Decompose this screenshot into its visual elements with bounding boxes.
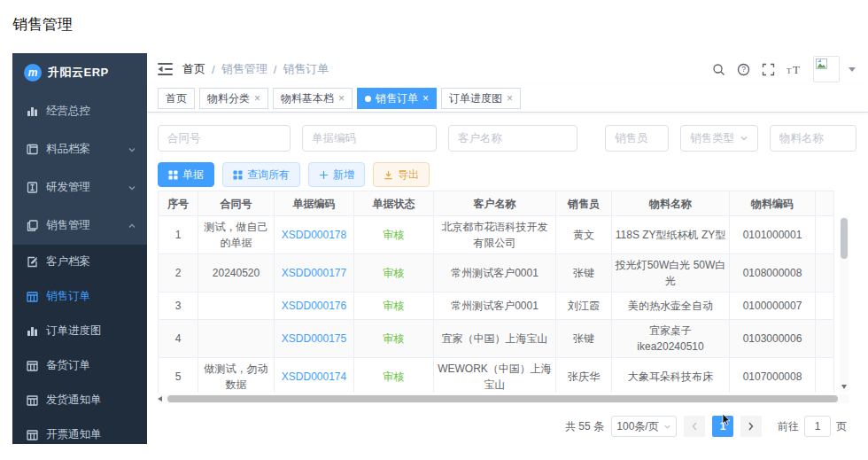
column-header[interactable]: 销售员 <box>556 191 612 216</box>
sidebar-item-label: 销售管理 <box>46 218 90 233</box>
next-page-button[interactable] <box>740 416 762 437</box>
sidebar-collapse-icon[interactable] <box>158 63 173 75</box>
close-icon[interactable]: × <box>422 93 429 104</box>
download-icon <box>384 170 393 180</box>
cell-contract: 测试，做自己的单据 <box>198 216 275 254</box>
sidebar-item-business-overview[interactable]: 经营总控 <box>12 92 147 130</box>
question-icon: ? <box>737 63 750 76</box>
column-header[interactable]: 物料编码 <box>730 191 816 216</box>
fullscreen-button[interactable] <box>762 63 775 76</box>
sales-type-select[interactable]: 销售类型 <box>680 125 758 152</box>
column-header[interactable]: 单据编码 <box>275 191 354 216</box>
tab-order-progress[interactable]: 订单进度图 × <box>441 88 521 109</box>
caret-down-icon[interactable] <box>849 67 856 72</box>
cell-contract: 做测试，勿动数据 <box>198 358 275 394</box>
sidebar-item-label: 备货订单 <box>46 358 90 373</box>
question-button[interactable]: ? <box>737 63 750 76</box>
tab-home[interactable]: 首页 <box>158 88 195 109</box>
scroll-down-arrow-icon[interactable] <box>841 385 847 389</box>
sidebar-item-label: 销售订单 <box>46 289 90 304</box>
query-all-button[interactable]: 查询所有 <box>222 162 300 187</box>
plus-icon <box>319 170 329 180</box>
current-page-button[interactable]: 1 <box>712 416 733 437</box>
table-header-row: 序号合同号单据编码单据状态客户名称销售员物料名称物料编码 <box>159 191 834 216</box>
documents-button[interactable]: 单据 <box>158 162 214 187</box>
table-row[interactable]: 1 测试，做自己的单据 XSDD000178 审核 北京都市花语科技开发有限公司… <box>159 216 834 254</box>
sidebar-item-customer-archives[interactable]: 客户档案 <box>12 245 147 279</box>
tab-label: 首页 <box>166 91 187 106</box>
sidebar-item-label: 料品档案 <box>46 142 90 157</box>
breadcrumb-item-sales-management[interactable]: 销售管理 <box>221 61 267 77</box>
order-code-link[interactable]: XSDD000178 <box>275 216 354 254</box>
page-title: 销售管理 <box>12 14 73 35</box>
doc-code-input[interactable] <box>302 125 437 152</box>
app-logo[interactable]: m 升阳云ERP <box>12 53 147 92</box>
column-header[interactable]: 序号 <box>159 191 198 216</box>
status-badge: 审核 <box>354 216 434 254</box>
export-button[interactable]: 导出 <box>373 162 430 187</box>
table-icon <box>26 430 38 441</box>
column-header[interactable]: 物料名称 <box>612 191 730 216</box>
sidebar-item-label: 开票通知单 <box>46 427 102 442</box>
sidebar-item-shipping-notices[interactable]: 发货通知单 <box>12 383 147 417</box>
tab-sales-order[interactable]: 销售订单 × <box>357 88 437 109</box>
salesperson-input[interactable] <box>605 125 669 152</box>
pagination-total: 共 55 条 <box>565 419 604 434</box>
prev-page-button[interactable] <box>684 416 705 437</box>
order-code-link[interactable]: XSDD000177 <box>275 254 354 292</box>
button-label: 单据 <box>182 168 204 183</box>
column-header[interactable]: 合同号 <box>198 191 275 216</box>
grid-icon <box>168 170 178 180</box>
scroll-left-arrow-icon[interactable] <box>158 396 162 402</box>
sidebar-item-label: 发货通知单 <box>46 393 102 408</box>
vertical-scrollbar[interactable] <box>840 216 849 392</box>
tab-material-category[interactable]: 物料分类 × <box>199 88 268 109</box>
horizontal-scrollbar-thumb[interactable] <box>167 395 838 402</box>
sidebar-submenu: 客户档案 销售订单 订单进度图 备货订单 发货通知单 开票通知单 <box>12 245 147 444</box>
tab-label: 订单进度图 <box>449 91 502 106</box>
search-button[interactable] <box>712 63 725 76</box>
bar-chart-icon <box>26 105 38 117</box>
sidebar-item-sales-orders[interactable]: 销售订单 <box>12 279 147 314</box>
cell-gutter <box>816 216 834 254</box>
vertical-scrollbar-thumb[interactable] <box>841 218 848 259</box>
order-code-link[interactable]: XSDD000176 <box>275 292 354 320</box>
tab-material-master[interactable]: 物料基本档 × <box>273 88 353 109</box>
material-name-input[interactable] <box>770 125 856 152</box>
close-icon[interactable]: × <box>338 93 345 104</box>
add-new-button[interactable]: 新增 <box>308 162 365 187</box>
customer-name-input[interactable] <box>448 125 577 152</box>
close-icon[interactable]: × <box>507 93 513 104</box>
breadcrumb-item-home[interactable]: 首页 <box>182 61 205 77</box>
sidebar: m 升阳云ERP 经营总控 料品档案 研发管理 销售管理 客户档案 销售订单 订… <box>12 53 147 444</box>
column-header[interactable]: 客户名称 <box>434 191 556 216</box>
sidebar-item-order-progress-chart[interactable]: 订单进度图 <box>12 314 147 348</box>
goto-page-input[interactable] <box>804 416 831 437</box>
cell-seq: 3 <box>159 292 198 320</box>
avatar[interactable] <box>813 56 840 82</box>
font-size-button[interactable]: TT <box>787 63 802 75</box>
column-header[interactable]: 单据状态 <box>354 191 434 216</box>
table-row[interactable]: 2 20240520 XSDD000177 审核 常州测试客户0001 张键 投… <box>159 254 834 292</box>
order-code-link[interactable]: XSDD000175 <box>275 320 354 358</box>
table-row[interactable]: 5 做测试，勿动数据 XSDD000174 审核 WEWORK（中国）上海宝山 … <box>159 358 834 394</box>
sidebar-item-rd-management[interactable]: 研发管理 <box>12 168 147 207</box>
cell-seq: 1 <box>159 216 198 254</box>
horizontal-scrollbar[interactable] <box>158 394 849 403</box>
cell-salesperson: 张键 <box>556 254 612 292</box>
close-icon[interactable]: × <box>254 93 260 104</box>
cell-seq: 4 <box>159 320 198 358</box>
toolbar-row: 单据 查询所有 新增 导出 <box>158 162 868 187</box>
sidebar-item-material-archives[interactable]: 料品档案 <box>12 130 147 168</box>
sidebar-item-stock-orders[interactable]: 备货订单 <box>12 348 147 383</box>
contract-no-input[interactable] <box>158 125 291 152</box>
cell-customer: 北京都市花语科技开发有限公司 <box>434 216 556 254</box>
table-row[interactable]: 4 XSDD000175 审核 宜家（中国）上海宝山 张键 宜家桌子 ikea2… <box>159 320 834 358</box>
sidebar-item-sales-management[interactable]: 销售管理 <box>12 207 147 245</box>
goto-unit: 页 <box>836 419 847 434</box>
sidebar-item-invoicing-notices[interactable]: 开票通知单 <box>12 417 147 444</box>
page-size-select[interactable]: 100条/页 <box>611 416 677 437</box>
table-icon <box>26 361 38 371</box>
table-row[interactable]: 3 XSDD000176 审核 常州测试客户0001 刘江霞 美的热水壶全自动 … <box>159 292 834 320</box>
order-code-link[interactable]: XSDD000174 <box>275 358 354 394</box>
